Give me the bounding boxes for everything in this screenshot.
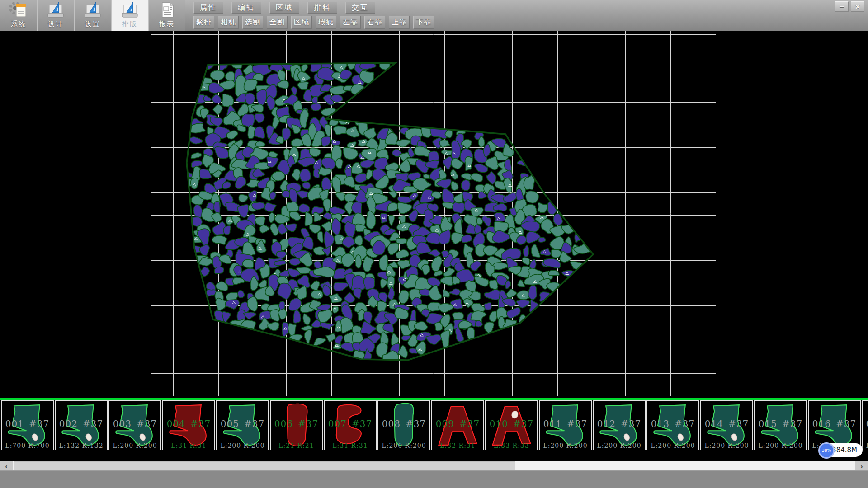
tool-region[interactable]: 区域: [291, 16, 312, 29]
menu-row: 属性 编辑 区域 排料 交互: [193, 2, 438, 14]
progress-circle: 38%: [818, 442, 835, 459]
part-id-label: 016_#37: [809, 418, 860, 429]
ribbon-button-label: 设置: [85, 19, 100, 28]
report-icon: [157, 0, 177, 19]
part-lr-label: L:200 R:200: [647, 442, 698, 449]
scroll-left-button[interactable]: ‹: [0, 461, 13, 470]
design-icon: [46, 0, 66, 19]
part-id-label: 011_#37: [540, 418, 591, 429]
tool-defect[interactable]: 瑕疵: [316, 16, 336, 29]
menu-area: 属性 编辑 区域 排料 交互 聚排 相机 选割 全割 区域 瑕疵 左靠 右靠 上…: [193, 0, 438, 29]
part-id-label: 013_#37: [647, 418, 698, 429]
part-id-label: 008_#37: [378, 418, 429, 429]
part-thumbnail[interactable]: 003_#37 L:200 R:200: [108, 400, 161, 450]
system-icon: [9, 0, 28, 19]
part-lr-label: L:200 R:200: [701, 442, 752, 449]
horizontal-scrollbar: ‹ ›: [0, 461, 868, 470]
ribbon-button-label: 设计: [48, 19, 63, 28]
scroll-left-icon: ‹: [5, 462, 8, 470]
part-id-label: 015_#37: [755, 418, 806, 429]
part-lr-label: L:700 R:700: [2, 442, 53, 449]
part-lr-label: L:33 R:33: [486, 442, 537, 449]
part-thumbnail[interactable]: 009_#37 L:32 R:31: [431, 400, 484, 450]
ribbon-button-report[interactable]: 报表: [148, 0, 185, 31]
part-id-label: 012_#37: [594, 418, 645, 429]
ribbon-buttons: 系统 设计 设置 排版: [0, 0, 185, 31]
part-thumbnail[interactable]: 012_#37 L:200 R:200: [593, 400, 646, 450]
part-id-label: 006_#37: [271, 418, 322, 429]
minimize-icon: −: [839, 3, 845, 11]
part-lr-label: L:200 R:200: [109, 442, 160, 449]
tool-snap-left[interactable]: 左靠: [340, 16, 361, 29]
parts-filmstrip: 001_#37 L:700 R:700 002_#37 L:132 R:132 …: [0, 400, 868, 452]
part-lr-label: L:200 R:200: [594, 442, 645, 449]
part-thumbnail[interactable]: 006_#37 L:21 R:21: [270, 400, 323, 450]
part-thumbnail[interactable]: 004_#37 L:31 R:31: [162, 400, 215, 450]
part-lr-label: L:200 R:200: [755, 442, 806, 449]
status-bar: [0, 470, 868, 488]
part-id-label: 004_#37: [163, 418, 214, 429]
tool-camera[interactable]: 相机: [218, 16, 239, 29]
scrollbar-track[interactable]: [13, 461, 855, 470]
close-icon: ×: [855, 3, 861, 11]
app-window: 系统 设计 设置 排版: [0, 0, 868, 488]
part-thumbnail[interactable]: 011_#37 L:200 R:200: [539, 400, 592, 450]
part-id-label: 005_#37: [217, 418, 268, 429]
ribbon-button-label: 系统: [11, 19, 26, 28]
ribbon-button-design[interactable]: 设计: [37, 0, 74, 31]
menu-item-edit[interactable]: 编辑: [231, 2, 261, 14]
window-controls: − ×: [835, 1, 864, 12]
scroll-right-button[interactable]: ›: [855, 461, 868, 470]
menu-item-region[interactable]: 区域: [269, 2, 299, 14]
menu-item-interaction[interactable]: 交互: [345, 2, 375, 14]
part-id-label: 010_#37: [486, 418, 537, 429]
tool-row: 聚排 相机 选割 全割 区域 瑕疵 左靠 右靠 上靠 下靠: [193, 16, 438, 29]
ribbon-button-system[interactable]: 系统: [0, 0, 37, 31]
part-lr-label: L:31 R:31: [325, 442, 376, 449]
nesting-canvas[interactable]: [0, 31, 868, 398]
tool-cluster-nest[interactable]: 聚排: [193, 16, 214, 29]
part-thumbnail[interactable]: 013_#37 L:200 R:200: [646, 400, 699, 450]
part-id-label: 014_#37: [701, 418, 752, 429]
layout-icon: [120, 0, 140, 19]
ribbon-button-settings[interactable]: 设置: [74, 0, 111, 31]
tool-snap-right[interactable]: 右靠: [364, 16, 385, 29]
part-lr-label: L:31 R:31: [163, 442, 214, 449]
part-id-label: 003_#37: [109, 418, 160, 429]
part-lr-label: L:32 R:31: [432, 442, 483, 449]
tool-snap-up[interactable]: 上靠: [389, 16, 410, 29]
part-thumbnail[interactable]: 014_#37 L:200 R:200: [700, 400, 753, 450]
part-thumbnail[interactable]: 015_#37 L:200 R:200: [754, 400, 807, 450]
memory-badge: 384.8M 38%: [818, 443, 863, 458]
part-thumbnail[interactable]: 001_#37 L:700 R:700: [1, 400, 54, 450]
part-thumbnail[interactable]: 008_#37 L:200 R:200: [377, 400, 430, 450]
part-id-label: 002_#37: [56, 418, 107, 429]
part-lr-label: L:21 R:21: [271, 442, 322, 449]
menu-item-properties[interactable]: 属性: [193, 2, 223, 14]
tool-select-cut[interactable]: 选割: [242, 16, 263, 29]
scroll-right-icon: ›: [861, 462, 863, 470]
tool-snap-down[interactable]: 下靠: [413, 16, 434, 29]
top-toolbar: 系统 设计 设置 排版: [0, 0, 868, 31]
part-lr-label: L:200 R:200: [378, 442, 429, 449]
ribbon-button-label: 报表: [159, 19, 175, 28]
part-id-label: 017_#37: [863, 418, 868, 429]
part-id-label: 007_#37: [325, 418, 376, 429]
menu-item-nesting[interactable]: 排料: [307, 2, 337, 14]
ribbon-button-label: 排版: [122, 19, 137, 28]
tool-cut-all[interactable]: 全割: [267, 16, 288, 29]
ribbon-button-layout[interactable]: 排版: [111, 0, 148, 31]
close-button[interactable]: ×: [851, 1, 864, 12]
minimize-button[interactable]: −: [835, 1, 849, 12]
part-thumbnail[interactable]: 007_#37 L:31 R:31: [324, 400, 377, 450]
settings-icon: [83, 0, 103, 19]
part-id-label: 001_#37: [2, 418, 53, 429]
scrollbar-thumb[interactable]: [14, 461, 515, 470]
part-lr-label: L:132 R:132: [56, 442, 107, 449]
part-lr-label: L:200 R:200: [540, 442, 591, 449]
part-thumbnail[interactable]: 002_#37 L:132 R:132: [55, 400, 108, 450]
part-thumbnail[interactable]: 005_#37 L:200 R:200: [216, 400, 269, 450]
part-id-label: 009_#37: [432, 418, 483, 429]
part-thumbnail[interactable]: 010_#37 L:33 R:33: [485, 400, 538, 450]
part-lr-label: L:200 R:200: [217, 442, 268, 449]
